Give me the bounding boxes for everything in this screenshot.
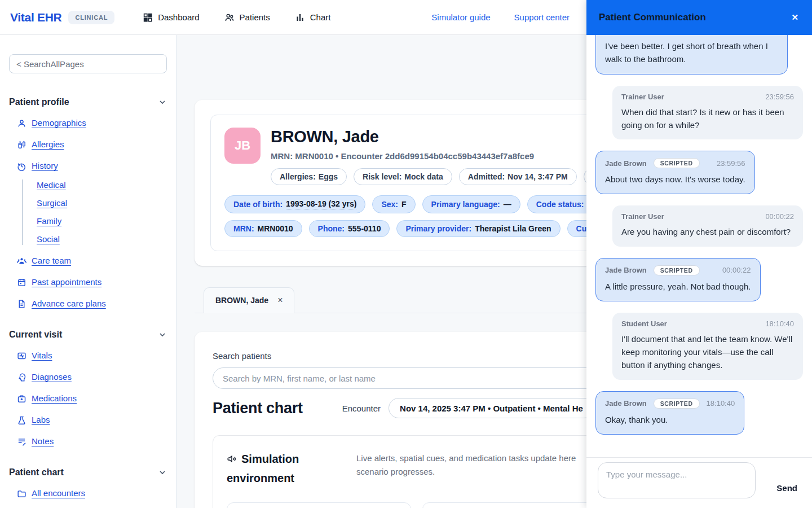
chat-message: Jade Brown SCRIPTED 23:59:56 About two d… [595,151,755,194]
app-logo: Vital EHR [10,11,61,24]
scripted-badge: SCRIPTED [654,158,700,168]
close-icon[interactable]: ✕ [790,11,800,24]
chevron-down-icon [158,98,167,107]
clinical-badge: CLINICAL [68,11,114,24]
section-current-visit-label: Current visit [9,330,62,340]
scripted-badge: SCRIPTED [654,398,700,409]
scripted-badge: SCRIPTED [654,265,700,275]
bar-chart-icon [295,12,305,23]
badge-primary-provider: Primary provider:Therapist Lila Green [396,220,560,237]
sidebar-item-past-appointments[interactable]: Past appointments [17,277,167,288]
chevron-down-icon [158,468,167,477]
sidebar-item-history[interactable]: History [17,160,167,172]
section-patient-chart-label: Patient chart [9,467,64,478]
sidebar-item-surgical[interactable]: Surgical [37,198,167,209]
sidebar-item-medications[interactable]: Medications [17,393,167,404]
badge-date-of-birth: Date of birth:1993-08-19 (32 yrs) [224,195,365,213]
sidebar-search-input[interactable] [9,54,167,73]
nav-dashboard-label: Dashboard [158,12,199,22]
vitals-monitor-icon [17,351,27,361]
simulation-panel-left[interactable] [227,502,411,508]
secondary-links: Simulator guide Support center [431,12,570,22]
user-icon [17,119,27,128]
sidebar-item-family[interactable]: Family [37,216,167,227]
simulation-title: Simulation environment [227,449,317,488]
chat-message: Jade Brown SCRIPTED 18:10:40 Okay, thank… [595,391,744,435]
badge-risk-level: Risk level:Mock data [354,168,452,185]
sidebar-item-medical[interactable]: Medical [37,179,167,191]
send-button[interactable]: Send [773,483,801,493]
chat-message: Trainer User 00:00:22 Are you having any… [612,205,803,246]
patient-tab[interactable]: BROWN, Jade × [204,287,294,313]
sidebar-item-social[interactable]: Social [37,234,167,245]
nav-patients[interactable]: Patients [224,12,270,23]
flask-icon [17,415,27,425]
chat-message: Jade Brown SCRIPTED 00:00:22 A little pr… [595,258,761,301]
vaccine-icon [17,140,27,150]
page-title: Patient chart [213,400,303,417]
chevron-down-icon [158,330,167,339]
notes-icon [17,437,27,446]
grid-icon [143,12,153,23]
sidebar-item-notes[interactable]: Notes [17,436,167,447]
folder-icon [17,489,27,498]
megaphone-icon [227,454,237,464]
chat-message-list[interactable]: Jade Brown SCRIPTED I've been better. I … [586,35,812,457]
section-patient-profile[interactable]: Patient profile [9,97,167,107]
chat-message: Jade Brown SCRIPTED I've been better. I … [595,35,788,75]
sidebar-item-advance-care-plans[interactable]: Advance care plans [17,298,167,309]
medkit-icon [17,394,27,404]
badge-admitted: Admitted:Nov 14, 3:47 PM [459,168,577,185]
chat-composer: Send [586,457,812,508]
badge-mrn: MRN:MRN0010 [224,220,302,237]
primary-nav: Dashboard Patients Chart [143,12,330,23]
patient-tab-label: BROWN, Jade [215,296,268,305]
sidebar-item-all-encounters[interactable]: All encounters [17,488,167,499]
head-icon [17,373,27,382]
nav-dashboard[interactable]: Dashboard [143,12,199,23]
sidebar-item-allergies[interactable]: Allergies [17,139,167,150]
chat-header: Patient Communication ✕ [586,0,812,35]
chat-title: Patient Communication [599,12,706,23]
section-patient-chart[interactable]: Patient chart [9,467,167,478]
badge-allergies: Allergies:Eggs [271,168,347,185]
simulation-description: Live alerts, spatial cues, and medicatio… [356,449,576,488]
calendar-icon [17,278,27,287]
users-icon [17,256,27,266]
patient-communication-panel: Patient Communication ✕ Jade Brown SCRIP… [586,0,812,508]
avatar: JB [224,128,261,164]
section-current-visit[interactable]: Current visit [9,330,167,340]
chat-message: Student User 18:10:40 I'll document that… [612,313,803,380]
nav-patients-label: Patients [240,12,270,22]
nav-chart-label: Chart [310,12,331,22]
encounter-select[interactable]: Nov 14, 2025 3:47 PM • Outpatient • Ment… [389,398,594,418]
sidebar-item-diagnoses[interactable]: Diagnoses [17,371,167,383]
badge-phone: Phone:555-0110 [309,220,390,237]
badge-sex: Sex:F [372,195,415,213]
badge-primary-language: Primary language:— [422,195,520,213]
history-sub-list: Medical Surgical Family Social [22,179,167,245]
sidebar-item-demographics[interactable]: Demographics [17,117,167,129]
sidebar: Patient profile Demographics Allergies H… [0,35,176,508]
simulator-guide-link[interactable]: Simulator guide [431,12,490,22]
sidebar-item-care-team[interactable]: Care team [17,255,167,266]
people-icon [224,12,235,23]
document-icon [17,299,27,309]
history-icon [17,161,27,171]
chat-message-input[interactable] [598,462,756,498]
section-patient-profile-label: Patient profile [9,97,69,107]
encounter-label: Encounter [342,404,381,413]
support-center-link[interactable]: Support center [514,12,570,22]
sidebar-item-vitals[interactable]: Vitals [17,350,167,361]
tab-close-icon[interactable]: × [277,295,283,305]
nav-chart[interactable]: Chart [295,12,331,23]
chat-message: Trainer User 23:59:56 When did that star… [612,86,803,140]
sidebar-item-labs[interactable]: Labs [17,414,167,426]
